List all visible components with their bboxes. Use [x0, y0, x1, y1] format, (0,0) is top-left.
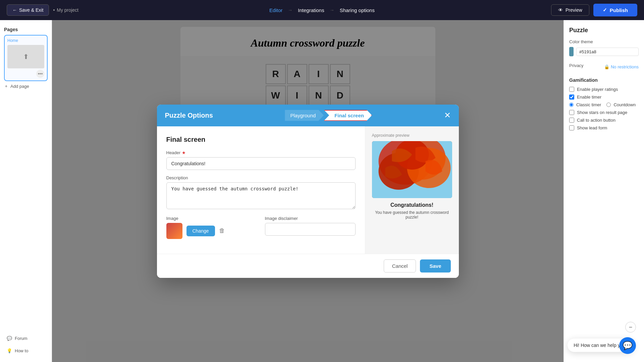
- save-button[interactable]: Save: [420, 259, 450, 273]
- zoom-out-button[interactable]: −: [625, 322, 636, 333]
- plus-icon: ＋: [4, 83, 8, 89]
- tab-playground[interactable]: Playground: [285, 110, 324, 121]
- forum-button[interactable]: 💬 Forum: [4, 334, 48, 343]
- show-lead-form-checkbox[interactable]: [569, 125, 574, 130]
- header-field-label: Header ★: [166, 150, 356, 155]
- pages-title: Pages: [4, 27, 48, 32]
- preview-button[interactable]: 👁 Preview: [551, 4, 589, 16]
- countdown-row: Countdown: [606, 102, 636, 107]
- show-stars-row: Show stars on result page: [569, 110, 639, 115]
- lightbulb-icon: 💡: [7, 348, 12, 353]
- header-input[interactable]: [166, 157, 356, 170]
- show-stars-label: Show stars on result page: [577, 110, 627, 115]
- nav-arrow-2: →: [330, 7, 334, 13]
- enable-ratings-checkbox[interactable]: [569, 87, 574, 92]
- pages-section: Pages Home ⬆ ••• ＋ Add page: [4, 27, 48, 91]
- modal: Puzzle Options Playground Final screen ✕: [157, 105, 459, 278]
- nav-center: Editor → Integrations → Sharing options: [269, 7, 375, 13]
- classic-timer-label: Classic timer: [576, 102, 601, 107]
- privacy-label: Privacy: [569, 63, 584, 68]
- howto-button[interactable]: 💡 How to: [4, 346, 48, 355]
- disclaimer-label: Image disclaimer: [265, 216, 356, 221]
- timer-type-group: Classic timer Countdown: [569, 102, 639, 107]
- description-textarea[interactable]: You have guessed the autumn crossword pu…: [166, 182, 356, 209]
- privacy-row: Privacy 🔒 No restrictions: [569, 63, 639, 71]
- eye-icon: 👁: [558, 7, 563, 13]
- privacy-link[interactable]: 🔒 No restrictions: [604, 64, 639, 69]
- color-input[interactable]: [576, 48, 639, 56]
- enable-timer-label: Enable timer: [577, 95, 601, 100]
- show-lead-form-row: Show lead form: [569, 125, 639, 130]
- enable-ratings-label: Enable player ratings: [577, 87, 618, 92]
- color-row: [569, 47, 639, 56]
- canvas-area: Autumn crossword puzzle R A I N W I N D: [52, 20, 564, 362]
- privacy-section: Privacy 🔒 No restrictions: [569, 63, 639, 71]
- delete-image-icon[interactable]: 🗑: [219, 227, 225, 234]
- modal-header: Puzzle Options Playground Final screen ✕: [157, 105, 459, 126]
- messenger-icon: 💬: [623, 341, 633, 350]
- preview-congrats: Congratulations!: [372, 202, 452, 208]
- modal-tabs: Playground Final screen: [285, 110, 372, 121]
- gamification-title: Gamification: [569, 77, 639, 83]
- main-layout: Pages Home ⬆ ••• ＋ Add page 💬 Forum: [0, 20, 644, 362]
- left-sidebar: Pages Home ⬆ ••• ＋ Add page 💬 Forum: [0, 20, 52, 362]
- disclaimer-section: Image disclaimer: [265, 216, 356, 244]
- show-stars-checkbox[interactable]: [569, 110, 574, 115]
- modal-title: Puzzle Options: [165, 112, 213, 119]
- top-nav: ← Save & Exit My project Editor → Integr…: [0, 0, 644, 20]
- call-to-action-row: Call to action button: [569, 118, 639, 123]
- page-thumbnail: ⬆: [7, 45, 44, 68]
- modal-close-button[interactable]: ✕: [444, 111, 451, 119]
- nav-step-sharing[interactable]: Sharing options: [340, 7, 375, 13]
- publish-label: Publish: [610, 7, 628, 13]
- countdown-radio[interactable]: [606, 103, 611, 107]
- required-star: ★: [182, 150, 186, 155]
- page-card-home[interactable]: Home ⬆ •••: [4, 35, 48, 81]
- image-thumbnail: [166, 223, 182, 239]
- show-lead-form-label: Show lead form: [577, 125, 607, 130]
- enable-ratings-row: Enable player ratings: [569, 87, 639, 92]
- image-section: Image Change 🗑: [166, 216, 257, 244]
- color-theme-section: Color theme: [569, 39, 639, 56]
- preview-desc: You have guessed the autumn crossword pu…: [372, 210, 452, 220]
- chat-button[interactable]: 💬: [619, 337, 636, 354]
- cancel-button[interactable]: Cancel: [384, 259, 416, 273]
- add-page-label: Add page: [10, 84, 29, 89]
- modal-footer: Cancel Save: [157, 254, 459, 278]
- nav-right: 👁 Preview ✓ Publish: [551, 4, 637, 16]
- image-cols: Image Change 🗑 Image disclaimer: [166, 216, 356, 244]
- change-image-button[interactable]: Change: [186, 226, 215, 236]
- modal-overlay: Puzzle Options Playground Final screen ✕: [52, 20, 564, 362]
- forum-label: Forum: [15, 336, 28, 341]
- tab-final-screen[interactable]: Final screen: [324, 110, 372, 121]
- disclaimer-input[interactable]: [265, 223, 356, 236]
- description-field-label: Description: [166, 175, 356, 180]
- form-section-title: Final screen: [166, 136, 356, 143]
- call-to-action-label: Call to action button: [577, 118, 615, 123]
- privacy-value: No restrictions: [611, 64, 639, 69]
- save-exit-label: Save & Exit: [19, 7, 43, 13]
- color-theme-label: Color theme: [569, 39, 639, 44]
- save-exit-button[interactable]: ← Save & Exit: [7, 4, 49, 16]
- check-icon: ✓: [603, 7, 607, 13]
- page-more-button[interactable]: •••: [36, 70, 44, 78]
- add-page-button[interactable]: ＋ Add page: [4, 81, 48, 91]
- modal-form: Final screen Header ★ Description You ha…: [157, 126, 365, 254]
- call-to-action-checkbox[interactable]: [569, 118, 574, 123]
- enable-timer-checkbox[interactable]: [569, 95, 574, 100]
- forum-icon: 💬: [7, 336, 12, 341]
- countdown-label: Countdown: [613, 102, 636, 107]
- image-label: Image: [166, 216, 257, 221]
- page-thumb-icon: ⬆: [23, 53, 29, 61]
- preview-image: [372, 141, 452, 198]
- classic-timer-radio[interactable]: [569, 103, 574, 107]
- bottom-sidebar: 💬 Forum 💡 How to: [4, 334, 48, 355]
- gamification-section: Gamification Enable player ratings Enabl…: [569, 77, 639, 130]
- color-swatch[interactable]: [569, 47, 574, 56]
- nav-step-integrations[interactable]: Integrations: [298, 7, 324, 13]
- publish-button[interactable]: ✓ Publish: [593, 4, 637, 16]
- classic-timer-row: Classic timer: [569, 102, 601, 107]
- nav-step-editor[interactable]: Editor: [269, 7, 282, 13]
- nav-left: ← Save & Exit My project: [7, 4, 78, 16]
- modal-body: Final screen Header ★ Description You ha…: [157, 126, 459, 254]
